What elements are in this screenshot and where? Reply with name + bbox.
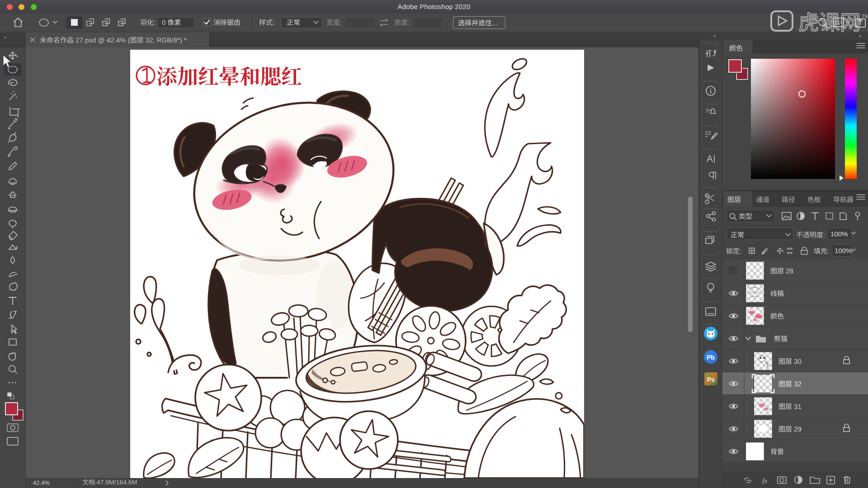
svg-text:TM: TM [862,14,868,19]
